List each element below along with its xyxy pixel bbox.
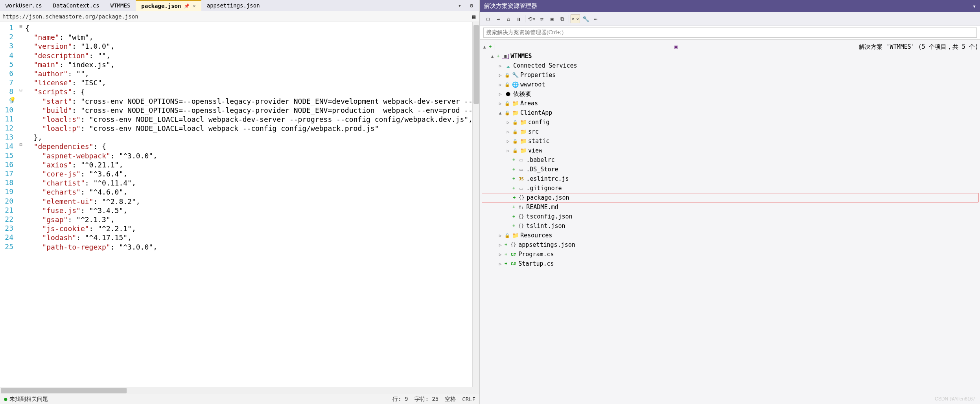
code-line[interactable]: "version": "1.0.0", <box>25 42 479 51</box>
tree-node-static[interactable]: ▷🔒📁static <box>482 136 978 146</box>
tree-node-src[interactable]: ▷🔒📁src <box>482 127 978 136</box>
tree-node-Areas[interactable]: ▷🔒📁Areas <box>482 99 978 108</box>
tree-node-ClientApp[interactable]: ▲🔒📁ClientApp <box>482 108 978 118</box>
code-editor[interactable]: 1234567891011121314151617181920212223242… <box>0 22 479 387</box>
gear-icon[interactable]: ⚙ <box>467 1 476 10</box>
tab-package-json[interactable]: package.json📌✕ <box>136 0 201 11</box>
code-line[interactable]: "license": "ISC", <box>25 78 479 87</box>
dropdown-icon[interactable]: ▾ <box>455 1 464 10</box>
code-line[interactable]: "fuse.js": "^3.4.5", <box>25 206 479 215</box>
code-line[interactable]: "js-cookie": "^2.2.1", <box>25 224 479 233</box>
code-line[interactable]: "loacl:s": "cross-env NODE_LOACL=loacl w… <box>25 115 479 124</box>
watermark: CSDN @Allen6167 <box>935 396 975 402</box>
node-label: .DS_Store <box>526 166 558 173</box>
node-label: static <box>528 138 549 145</box>
collapse-icon[interactable]: ⧉ <box>558 15 567 23</box>
back-icon[interactable]: ◯ <box>483 15 493 23</box>
code-line[interactable]: "name": "wtm", <box>25 33 479 42</box>
globe-icon: 🌐 <box>512 81 519 88</box>
tree-node--DS_Store[interactable]: +▭.DS_Store <box>482 165 978 174</box>
vertical-scrollbar[interactable] <box>472 22 479 387</box>
show-all-icon[interactable]: ▣ <box>547 15 557 23</box>
tree-node-package-json[interactable]: +{}package.json <box>482 193 978 202</box>
node-label: Properties <box>520 72 556 79</box>
scroll-thumb[interactable] <box>1 388 127 393</box>
tab-appsettings-json[interactable]: appsettings.json <box>201 0 265 11</box>
tree-node-Program-cs[interactable]: ▷+C#Program.cs <box>482 250 978 259</box>
code-line[interactable]: "scripts": { <box>25 87 479 96</box>
tree-node--gitignore[interactable]: +▭.gitignore <box>482 184 978 193</box>
code-line[interactable]: "aspnet-webpack": "^3.0.0", <box>25 151 479 160</box>
code-line[interactable]: "path-to-regexp": "^3.0.0", <box>25 242 479 252</box>
search-input[interactable] <box>483 28 977 38</box>
file-icon: ▭ <box>518 157 525 163</box>
tree-node-Resources[interactable]: ▷🔒📁Resources <box>482 231 978 240</box>
code-line[interactable]: }, <box>25 133 479 142</box>
tree-node-Properties[interactable]: ▷🔒🔧Properties <box>482 70 978 80</box>
node-label: Resources <box>520 232 552 239</box>
cs-icon: C# <box>510 261 517 266</box>
code-content[interactable]: { "name": "wtm", "version": "1.0.0", "de… <box>25 22 479 387</box>
close-icon[interactable]: ✕ <box>193 3 195 9</box>
json-icon: {} <box>518 214 525 219</box>
forward-icon[interactable]: → <box>494 15 503 23</box>
code-line[interactable]: "dependencies": { <box>25 142 479 151</box>
code-line[interactable]: "element-ui": "^2.8.2", <box>25 197 479 206</box>
tree-node-wwwroot[interactable]: ▷🔒🌐wwwroot <box>482 80 978 89</box>
solution-tree[interactable]: ▲+▣解决方案 'WTMMES' (5 个项目，共 5 个)▲+⊞WTMMES▷… <box>480 40 980 404</box>
tree-node-tsconfig-json[interactable]: +{}tsconfig.json <box>482 212 978 221</box>
swap-icon[interactable]: ⇄ <box>537 15 547 23</box>
scroll-thumb[interactable] <box>473 25 479 104</box>
dropdown-icon[interactable]: ▾ <box>973 3 976 10</box>
view-icon[interactable]: ⚬⚬ <box>571 15 580 23</box>
tree-node--[interactable]: ▷⬢依赖项 <box>482 89 978 99</box>
fold-gutter[interactable]: ⊟⊟⊟ <box>17 22 25 387</box>
code-line[interactable]: "chartist": "^0.11.4", <box>25 178 479 187</box>
tab-DataContext-cs[interactable]: DataContext.cs <box>48 0 105 11</box>
tree-node-tslint-json[interactable]: +{}tslint.json <box>482 221 978 231</box>
split-icon[interactable]: ▤ <box>471 13 477 20</box>
tree-node--eslintrc-js[interactable]: +JS.eslintrc.js <box>482 174 978 184</box>
tree-node-config[interactable]: ▷🔒📁config <box>482 118 978 127</box>
nav-url[interactable]: https://json.schemastore.org/package.jso… <box>2 13 471 20</box>
tree-node-appsettings-json[interactable]: ▷+{}appsettings.json <box>482 240 978 250</box>
tree-node-project[interactable]: ▲+⊞WTMMES <box>482 51 978 61</box>
more-icon[interactable]: ⋯ <box>591 15 601 23</box>
properties-icon[interactable]: 🔧 <box>581 15 590 23</box>
history-icon[interactable]: ⟲▾ <box>527 15 536 23</box>
code-line[interactable]: "axios": "^0.21.1", <box>25 160 479 169</box>
sync-icon[interactable]: ◨ <box>514 15 523 23</box>
code-line[interactable]: "description": "", <box>25 51 479 60</box>
issues-status[interactable]: 未找到相关问题 <box>4 396 48 403</box>
code-line[interactable]: "lodash": "^4.17.15", <box>25 233 479 242</box>
code-line[interactable]: { <box>25 24 479 33</box>
tab-WTMMES[interactable]: WTMMES <box>105 0 136 11</box>
node-label: ClientApp <box>520 109 552 116</box>
pin-icon[interactable]: 📌 <box>184 4 190 9</box>
tree-node-Connected-Services[interactable]: ▷☁Connected Services <box>482 61 978 70</box>
tree-node-view[interactable]: ▷🔒📁view <box>482 146 978 155</box>
code-line[interactable]: "build": "cross-env NODE_OPTIONS=--opens… <box>25 106 479 115</box>
code-line[interactable]: "gsap": "^2.1.3", <box>25 215 479 224</box>
tab-workUser-cs[interactable]: workUser.cs <box>0 0 48 11</box>
horizontal-scrollbar[interactable] <box>0 387 479 394</box>
node-label: Connected Services <box>513 62 577 69</box>
node-label: 解决方案 'WTMMES' (5 个项目，共 5 个) <box>859 43 978 51</box>
home-icon[interactable]: ⌂ <box>504 15 513 23</box>
tree-node-README-md[interactable]: +M↓README.md <box>482 202 978 212</box>
code-line[interactable]: "author": "", <box>25 69 479 78</box>
tree-node-Startup-cs[interactable]: ▷+C#Startup.cs <box>482 259 978 268</box>
tree-node--babelrc[interactable]: +▭.babelrc <box>482 155 978 165</box>
node-label: wwwroot <box>520 81 545 88</box>
indent-mode[interactable]: 空格 <box>445 396 456 403</box>
code-line[interactable]: "core-js": "^3.6.4", <box>25 169 479 178</box>
cursor-line[interactable]: 行: 9 <box>392 396 408 403</box>
fold-icon: 📁 <box>512 110 519 116</box>
code-line[interactable]: "echarts": "^4.6.0", <box>25 187 479 196</box>
code-line[interactable]: "loacl:p": "cross-env NODE_LOACL=loacl w… <box>25 124 479 133</box>
cursor-col[interactable]: 字符: 25 <box>414 396 439 403</box>
code-line[interactable]: "main": "index.js", <box>25 60 479 69</box>
eol-mode[interactable]: CRLF <box>462 396 475 402</box>
tree-node-solution-root[interactable]: ▲+▣解决方案 'WTMMES' (5 个项目，共 5 个) <box>482 42 978 51</box>
code-line[interactable]: "start": "cross-env NODE_OPTIONS=--opens… <box>25 97 479 106</box>
